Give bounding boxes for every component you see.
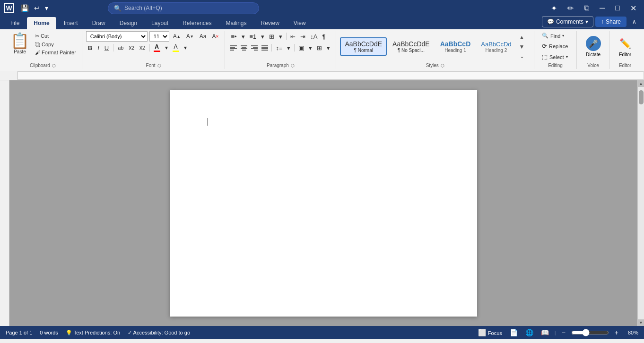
superscript-btn[interactable]: x2 [138, 43, 147, 53]
multilevel-dropdown[interactable]: ▾ [277, 31, 284, 42]
scroll-down-arrow[interactable]: ▼ [638, 319, 644, 326]
page-indicator[interactable]: Page 1 of 1 [6, 330, 32, 335]
format-painter-btn[interactable]: 🖌 Format Painter [33, 49, 78, 56]
zoom-slider[interactable] [571, 329, 609, 336]
minimize-btn[interactable]: ─ [596, 2, 609, 14]
numbering-dropdown[interactable]: ▾ [259, 31, 266, 42]
tab-home[interactable]: Home [27, 17, 56, 29]
copilot-btn[interactable]: ✦ [547, 2, 561, 15]
font-size-select[interactable]: 11 8 9 10 12 14 16 [149, 31, 169, 42]
font-shrink-btn[interactable]: A▼ [184, 31, 196, 42]
styles-expand[interactable]: ⌄ [518, 52, 526, 60]
select-btn[interactable]: ⬚ Select ▾ [538, 52, 572, 62]
shading-dropdown[interactable]: ▾ [307, 43, 314, 53]
justify-btn[interactable] [260, 43, 270, 53]
pen-btn[interactable]: ✏ [564, 2, 577, 15]
zoom-in-btn[interactable]: + [613, 328, 620, 337]
tab-layout[interactable]: Layout [145, 17, 175, 29]
tab-mailings[interactable]: Mailings [219, 17, 253, 29]
highlight-dropdown[interactable]: ▾ [182, 43, 189, 53]
increase-indent-btn[interactable]: ⇥ [298, 31, 307, 42]
multilevel-btn[interactable]: ⊞ [267, 31, 276, 42]
subscript-btn[interactable]: x2 [127, 43, 136, 53]
maximize-btn[interactable]: □ [611, 2, 624, 14]
scroll-up-arrow[interactable]: ▲ [638, 80, 644, 87]
comments-btn[interactable]: 💬 Comments ▾ [542, 16, 593, 27]
scroll-track[interactable] [638, 87, 644, 319]
restore-btn[interactable]: ⧉ [580, 2, 593, 14]
zoom-out-btn[interactable]: − [560, 328, 567, 337]
align-left-btn[interactable] [229, 43, 238, 53]
editor-launch-btn[interactable]: ✏️ Editor [614, 34, 636, 59]
tab-references[interactable]: References [176, 17, 218, 29]
shading-btn[interactable]: ▣ [296, 43, 306, 53]
replace-btn[interactable]: ⟳ Replace [538, 41, 572, 51]
find-btn[interactable]: 🔍 Find ▾ [538, 31, 568, 40]
text-color-btn[interactable]: A [152, 43, 162, 53]
accessibility-status[interactable]: ✓ Accessibility: Good to go [128, 330, 190, 336]
borders-dropdown[interactable]: ▾ [325, 43, 332, 53]
italic-btn[interactable]: I [96, 43, 101, 53]
close-btn[interactable]: ✕ [627, 2, 640, 15]
style-item-nospace[interactable]: AaBbCcDdE ¶ No Spaci... [388, 37, 435, 56]
text-color-dropdown[interactable]: ▾ [163, 43, 170, 53]
undo-quick-btn[interactable]: ↩ [32, 3, 42, 13]
save-quick-btn[interactable]: 💾 [19, 3, 31, 13]
underline-btn[interactable]: U [103, 43, 111, 53]
font-expand-icon[interactable]: ⬡ [157, 63, 161, 68]
share-btn[interactable]: ↑ Share [595, 17, 627, 27]
decrease-indent-btn[interactable]: ⇤ [288, 31, 297, 42]
show-hide-btn[interactable]: ¶ [321, 31, 328, 42]
paste-btn[interactable]: 📋 Paste [8, 31, 32, 62]
change-case-btn[interactable]: Aa [198, 31, 209, 42]
copy-btn[interactable]: ⿻ Copy [33, 41, 78, 48]
align-center-btn[interactable] [239, 43, 249, 53]
clear-format-btn[interactable]: A✕ [210, 31, 221, 42]
sort-btn[interactable]: ↕A [308, 31, 319, 42]
paragraph-expand-icon[interactable]: ⬡ [291, 63, 295, 68]
style-nospace-label: ¶ No Spaci... [392, 48, 430, 53]
style-item-h2[interactable]: AaBbCcDd Heading 2 [476, 38, 516, 56]
styles-expand-icon[interactable]: ⬡ [441, 63, 444, 68]
print-layout-btn[interactable]: 📄 [508, 328, 520, 337]
content-area[interactable] [9, 80, 637, 326]
tab-review[interactable]: Review [254, 17, 286, 29]
strikethrough-btn[interactable]: ab [116, 43, 125, 53]
style-item-h1[interactable]: AaBbCcD Heading 1 [435, 37, 476, 56]
highlight-btn[interactable]: A [171, 43, 181, 53]
tab-draw[interactable]: Draw [86, 17, 112, 29]
word-count[interactable]: 0 words [40, 330, 58, 335]
font-family-select[interactable]: Calibri (Body) Arial Times New Roman [86, 31, 148, 42]
align-right-btn[interactable] [250, 43, 259, 53]
read-mode-btn[interactable]: 📖 [539, 328, 551, 337]
zoom-level[interactable]: 80% [624, 330, 638, 335]
web-layout-btn[interactable]: 🌐 [523, 328, 535, 337]
bullets-btn[interactable]: ≡• [229, 31, 238, 42]
styles-scroll-up[interactable]: ▲ [518, 33, 526, 42]
tab-design[interactable]: Design [113, 17, 144, 29]
numbering-btn[interactable]: ≡1 [248, 31, 259, 42]
paste-label: Paste [14, 49, 26, 54]
clipboard-expand-icon[interactable]: ⬡ [52, 63, 56, 68]
style-item-normal[interactable]: AaBbCcDdE ¶ Normal [340, 37, 387, 56]
cut-btn[interactable]: ✂ Cut [33, 32, 78, 40]
focus-mode-btn[interactable]: ⬜ Focus [476, 328, 504, 337]
dictate-btn[interactable]: 🎤 Dictate [582, 34, 605, 59]
tab-insert[interactable]: Insert [57, 17, 85, 29]
bold-btn[interactable]: B [86, 43, 94, 53]
editing-group: 🔍 Find ▾ ⟳ Replace ⬚ Select ▾ Editing [534, 31, 577, 69]
document-page[interactable] [170, 90, 477, 317]
qa-dropdown-btn[interactable]: ▾ [43, 3, 50, 13]
line-spacing-btn[interactable]: ↕≡ [274, 43, 284, 53]
tab-file[interactable]: File [4, 17, 26, 29]
right-scrollbar[interactable]: ▲ ▼ [637, 80, 644, 326]
tab-view[interactable]: View [287, 17, 313, 29]
styles-scroll-down[interactable]: ▼ [518, 43, 526, 51]
search-input[interactable] [124, 5, 243, 11]
borders-btn[interactable]: ⊞ [315, 43, 324, 53]
scroll-thumb[interactable] [639, 90, 644, 104]
ribbon-collapse-btn[interactable]: ∧ [628, 17, 640, 27]
bullets-dropdown[interactable]: ▾ [240, 31, 247, 42]
font-grow-btn[interactable]: A▲ [171, 31, 183, 42]
line-spacing-dropdown[interactable]: ▾ [285, 43, 292, 53]
